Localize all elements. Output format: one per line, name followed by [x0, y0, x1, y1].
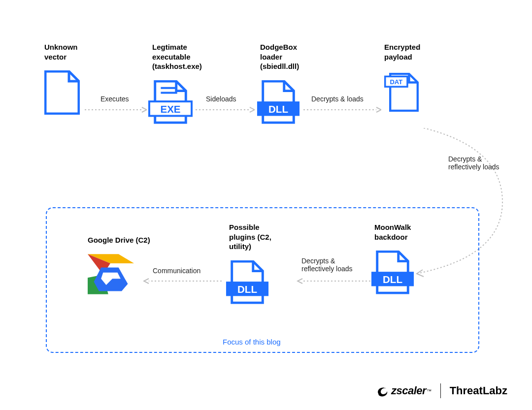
arrow-communication	[143, 278, 222, 284]
node-moonwalk-backdoor: MoonWalk backdoor DLL	[374, 222, 415, 298]
label-payload: Encrypted payload	[384, 42, 424, 62]
zscaler-logo: zscaler™	[376, 384, 432, 397]
label-loader: DodgeBox loader (sbiedll.dll)	[260, 42, 300, 71]
label-plugins: Possible plugins (C2, utility)	[229, 222, 271, 252]
dat-badge-text: DAT	[390, 78, 402, 86]
dll-file-icon-3: DLL	[225, 260, 269, 308]
label-backdoor: MoonWalk backdoor	[374, 222, 415, 242]
node-google-drive: Google Drive (C2)	[88, 235, 150, 295]
node-legit-exe: Legtimate executable (taskhost.exe) EXE	[152, 42, 202, 127]
arrow-label-executes: Executes	[100, 95, 129, 103]
exe-file-icon: EXE	[148, 80, 193, 127]
exe-badge-text: EXE	[160, 103, 180, 114]
zscaler-text: zscaler	[391, 384, 426, 397]
dll-file-icon: DLL	[256, 80, 300, 127]
google-drive-icon	[88, 254, 134, 295]
label-gdrive: Google Drive (C2)	[88, 235, 150, 245]
footer-divider	[440, 383, 441, 398]
arrow-reflective-2	[297, 278, 370, 284]
label-exe: Legtimate executable (taskhost.exe)	[152, 42, 202, 71]
node-plugins: Possible plugins (C2, utility) DLL	[229, 222, 271, 308]
focus-caption: Focus of this blog	[223, 338, 281, 346]
arrow-decrypts-loads	[303, 106, 381, 113]
svg-text:DLL: DLL	[237, 283, 257, 294]
footer: zscaler™ ThreatLabz	[376, 383, 507, 398]
file-icon	[44, 70, 80, 115]
node-encrypted-payload: Encrypted payload DAT	[384, 42, 424, 118]
svg-text:DLL: DLL	[383, 274, 402, 285]
zscaler-swirl-icon	[376, 384, 389, 397]
dat-file-icon: DAT	[384, 70, 424, 118]
arrow-executes	[85, 106, 147, 113]
tm: ™	[427, 388, 432, 394]
arrow-label-decrypts-loads: Decrypts & loads	[311, 95, 364, 103]
node-unknown-vector: Unknown vector	[44, 42, 80, 115]
label-unknown: Unknown vector	[44, 42, 80, 62]
arrow-label-communication: Communication	[153, 267, 200, 275]
arrow-label-reflective-1: Decrypts & reflectively loads	[448, 155, 499, 171]
node-dodgebox-loader: DodgeBox loader (sbiedll.dll) DLL	[260, 42, 300, 127]
threatlabz-text: ThreatLabz	[450, 384, 507, 397]
arrow-label-reflective-2: Decrypts & reflectively loads	[301, 257, 353, 273]
arrow-label-sideloads: Sideloads	[206, 95, 236, 103]
dll-badge-text: DLL	[268, 103, 288, 114]
dll-file-icon-2: DLL	[370, 251, 415, 298]
arrow-sideloads	[196, 106, 255, 113]
